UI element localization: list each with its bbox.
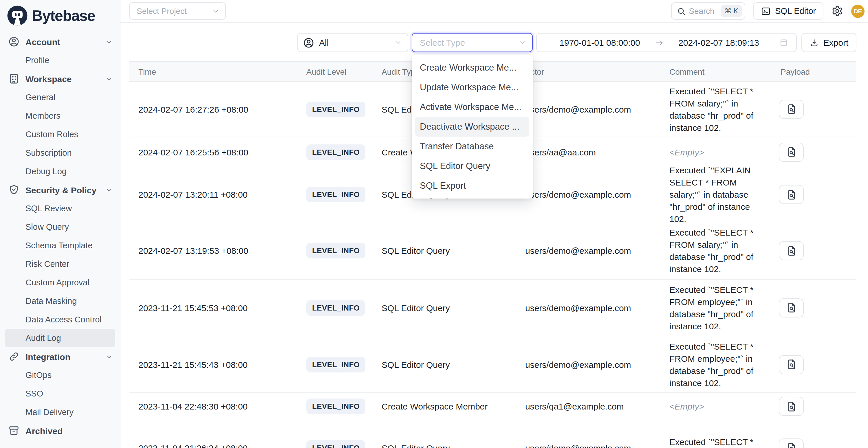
sql-editor-button[interactable]: SQL Editor — [753, 2, 824, 20]
payload-view-button[interactable] — [779, 298, 804, 317]
sidebar-item-label: Archived — [26, 426, 113, 436]
payload-view-button[interactable] — [779, 438, 804, 448]
gear-icon[interactable] — [832, 5, 843, 17]
sidebar-item-data-masking[interactable]: Data Masking — [0, 292, 120, 310]
dropdown-item-sql-editor-query[interactable]: SQL Editor Query — [415, 156, 529, 176]
table-row: 2023-11-04 22:48:30 +08:00 LEVEL_INFO Cr… — [129, 393, 856, 420]
sidebar-item-security-policy[interactable]: Security & Policy — [0, 181, 120, 199]
sidebar-item-integration[interactable]: Integration — [0, 347, 120, 366]
dropdown-item-activate-workspace-member[interactable]: Activate Workspace Me... — [415, 97, 529, 117]
row-comment: Executed `"SELECT * FROM employee;"` in … — [670, 340, 769, 389]
date-range-start[interactable]: 1970-01-01 08:00:00 — [545, 38, 655, 47]
project-select-placeholder: Select Project — [137, 6, 212, 15]
sidebar-item-debug-log[interactable]: Debug Log — [0, 162, 120, 181]
row-audit-type: SQL Editor Query — [381, 303, 450, 313]
terminal-icon — [761, 6, 770, 16]
sidebar-item-label: Security & Policy — [26, 185, 105, 195]
sidebar-item-label: Data Masking — [26, 296, 113, 306]
payload-view-button[interactable] — [779, 100, 804, 119]
chevron-down-icon — [519, 39, 526, 46]
date-range-end[interactable]: 2024-02-07 18:09:13 — [664, 38, 774, 47]
column-header-audit-level: Audit Level — [306, 62, 347, 82]
sidebar-item-custom-approval[interactable]: Custom Approval — [0, 273, 120, 292]
row-time: 2023-11-04 22:48:30 +08:00 — [138, 402, 248, 411]
file-search-icon — [785, 302, 797, 313]
sidebar-item-data-access-control[interactable]: Data Access Control — [0, 310, 120, 329]
actor-filter-select[interactable]: All — [297, 33, 408, 52]
sidebar-item-members[interactable]: Members — [0, 106, 120, 125]
project-select[interactable]: Select Project — [129, 2, 226, 20]
sidebar-item-slow-query[interactable]: Slow Query — [0, 218, 120, 236]
sidebar: Bytebase Account Profile Workspace Gener… — [0, 0, 120, 448]
sidebar-item-label: Mail Delivery — [26, 408, 113, 417]
payload-view-button[interactable] — [779, 142, 804, 161]
sidebar-item-archived[interactable]: Archived — [0, 421, 120, 440]
search-icon — [677, 7, 685, 15]
level-badge: LEVEL_INFO — [306, 144, 365, 160]
sidebar-item-label: Data Access Control — [26, 315, 113, 324]
type-filter-dropdown: Create Workspace Me... Update Workspace … — [412, 55, 533, 198]
row-time: 2024-02-07 16:27:26 +08:00 — [138, 104, 248, 114]
sidebar-nav: Account Profile Workspace General Member… — [0, 32, 120, 440]
sidebar-item-sso[interactable]: SSO — [0, 384, 120, 403]
chevron-down-icon — [105, 186, 113, 194]
chevron-down-icon — [212, 7, 219, 15]
row-audit-type: Create Workspace Member — [381, 402, 488, 411]
type-filter-select[interactable]: Select Type — [412, 33, 533, 52]
file-search-icon — [785, 442, 797, 448]
row-time: 2024-02-07 13:20:11 +08:00 — [138, 190, 248, 199]
export-label: Export — [824, 38, 848, 47]
dropdown-item-deactivate-workspace-member[interactable]: Deactivate Workspace ... — [415, 117, 529, 137]
sidebar-item-workspace[interactable]: Workspace — [0, 69, 120, 88]
level-badge: LEVEL_INFO — [306, 101, 365, 117]
level-badge: LEVEL_INFO — [306, 398, 365, 414]
sidebar-item-mail-delivery[interactable]: Mail Delivery — [0, 403, 120, 421]
dropdown-item-sql-export[interactable]: SQL Export — [415, 176, 529, 196]
sidebar-item-label: Schema Template — [26, 241, 113, 250]
row-time: 2023-11-04 21:26:24 +08:00 — [138, 443, 248, 448]
level-badge: LEVEL_INFO — [306, 243, 365, 258]
row-actor: users/demo@example.com — [525, 190, 631, 199]
sidebar-item-sql-review[interactable]: SQL Review — [0, 199, 120, 218]
sidebar-item-subscription[interactable]: Subscription — [0, 143, 120, 162]
chevron-down-icon — [105, 75, 113, 83]
payload-view-button[interactable] — [779, 241, 804, 260]
sidebar-item-schema-template[interactable]: Schema Template — [0, 236, 120, 255]
column-header-time: Time — [138, 62, 156, 82]
payload-view-button[interactable] — [779, 397, 804, 416]
export-button[interactable]: Export — [801, 33, 857, 52]
row-time: 2023-11-21 15:45:53 +08:00 — [138, 303, 248, 313]
table-row: 2024-02-07 13:19:53 +08:00 LEVEL_INFO SQ… — [129, 222, 856, 280]
bytebase-logo-icon — [7, 5, 28, 26]
search-input[interactable]: Search ⌘ K — [671, 2, 745, 20]
user-circle-icon — [303, 37, 314, 48]
row-actor: users/demo@example.com — [525, 443, 631, 448]
date-range-picker[interactable]: 1970-01-01 08:00:00 2024-02-07 18:09:13 — [536, 33, 797, 52]
file-search-icon — [785, 401, 797, 412]
building-icon — [8, 73, 20, 85]
level-badge: LEVEL_INFO — [306, 440, 365, 448]
topbar-right: Search ⌘ K SQL Editor DE — [671, 2, 865, 20]
dropdown-item-create-workspace-member[interactable]: Create Workspace Me... — [415, 58, 529, 77]
sidebar-item-risk-center[interactable]: Risk Center — [0, 255, 120, 273]
sidebar-item-label: Integration — [26, 352, 105, 361]
payload-view-button[interactable] — [779, 355, 804, 374]
sidebar-item-general[interactable]: General — [0, 88, 120, 106]
sidebar-item-profile[interactable]: Profile — [0, 51, 120, 69]
row-audit-type: SQL Editor Query — [381, 246, 450, 256]
dropdown-item-update-workspace-member[interactable]: Update Workspace Me... — [415, 77, 529, 97]
chevron-down-icon — [394, 39, 402, 46]
brand-name: Bytebase — [32, 7, 95, 25]
sidebar-item-custom-roles[interactable]: Custom Roles — [0, 125, 120, 143]
sidebar-item-audit-log[interactable]: Audit Log — [5, 329, 115, 347]
row-audit-type: SQL Editor Query — [381, 443, 450, 448]
bytebase-logo[interactable]: Bytebase — [0, 0, 120, 28]
topbar: Select Project Search ⌘ K SQL Editor DE — [120, 0, 868, 23]
sidebar-item-account[interactable]: Account — [0, 32, 120, 51]
dropdown-item-transfer-database[interactable]: Transfer Database — [415, 137, 529, 156]
sidebar-item-label: Risk Center — [26, 259, 113, 268]
avatar[interactable]: DE — [851, 4, 865, 18]
payload-view-button[interactable] — [779, 185, 804, 204]
file-search-icon — [785, 146, 797, 158]
sidebar-item-gitops[interactable]: GitOps — [0, 366, 120, 384]
